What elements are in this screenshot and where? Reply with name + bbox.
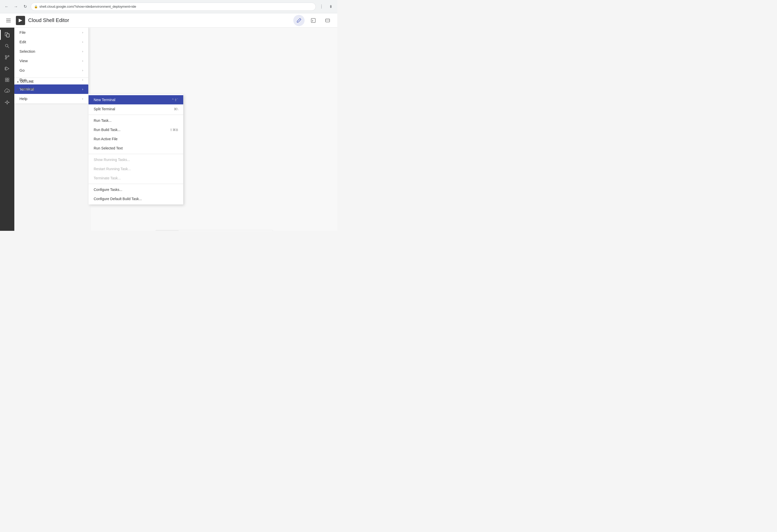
new-terminal-shortcut: ⌃⇧` bbox=[172, 98, 178, 102]
hamburger-line-3 bbox=[6, 22, 11, 22]
menu-item-selection-label: Selection bbox=[19, 49, 35, 54]
submenu-item-show-running-tasks: Show Running Tasks... bbox=[89, 155, 183, 164]
timeline-label: TIMELINE bbox=[20, 88, 34, 91]
terminal-button[interactable] bbox=[308, 15, 319, 26]
sidebar-item-run[interactable] bbox=[2, 64, 12, 74]
menu-item-view-label: View bbox=[19, 59, 28, 63]
menu-arrow-edit: › bbox=[82, 40, 83, 44]
submenu-item-run-task[interactable]: Run Task... bbox=[89, 116, 183, 125]
menu-item-go-label: Go bbox=[19, 68, 24, 73]
hamburger-line-2 bbox=[6, 20, 11, 21]
main-layout: File › Edit › Selection › View › Go › bbox=[0, 28, 337, 231]
timeline-arrow: ▸ bbox=[17, 88, 19, 91]
run-selected-text-label: Run Selected Text bbox=[94, 146, 123, 150]
menu-arrow-file: › bbox=[82, 31, 83, 34]
split-terminal-label: Split Terminal bbox=[94, 107, 115, 111]
restart-running-task-label: Restart Running Task... bbox=[94, 167, 131, 171]
menu-item-edit-label: Edit bbox=[19, 40, 26, 44]
timeline-section[interactable]: ▸ TIMELINE bbox=[14, 86, 89, 93]
svg-rect-1 bbox=[311, 18, 315, 22]
outline-section[interactable]: ▸ OUTLINE bbox=[14, 78, 89, 86]
configure-tasks-label: Configure Tasks... bbox=[94, 188, 122, 192]
sidebar bbox=[0, 28, 14, 231]
menu-item-go[interactable]: Go › bbox=[14, 66, 88, 75]
new-terminal-label: New Terminal bbox=[94, 98, 115, 102]
svg-rect-5 bbox=[7, 34, 9, 37]
show-running-tasks-label: Show Running Tasks... bbox=[94, 157, 130, 162]
panel-bottom: ▸ OUTLINE ▸ TIMELINE bbox=[14, 78, 89, 93]
security-icon: 🔒 bbox=[34, 5, 38, 8]
menu-item-view[interactable]: View › bbox=[14, 56, 88, 66]
split-terminal-shortcut: ⌘\ bbox=[174, 107, 178, 111]
welcome-panel bbox=[155, 230, 273, 231]
svg-rect-17 bbox=[7, 80, 9, 82]
run-active-file-label: Run Active File bbox=[94, 137, 117, 141]
menu-arrow-view: › bbox=[82, 59, 83, 63]
submenu-item-split-terminal[interactable]: Split Terminal ⌘\ bbox=[89, 104, 183, 114]
submenu-item-terminate-task: Terminate Task... bbox=[89, 174, 183, 183]
logo-icon bbox=[16, 16, 25, 25]
app-container: Cloud Shell Editor bbox=[0, 13, 337, 231]
menu-item-file[interactable]: File › bbox=[14, 28, 88, 37]
browser-extend-button[interactable]: ⇟ bbox=[327, 3, 334, 10]
divider-2 bbox=[89, 154, 183, 154]
url-text: shell.cloud.google.com/?show=ide&environ… bbox=[39, 5, 136, 8]
menu-item-file-label: File bbox=[19, 30, 26, 34]
forward-button[interactable]: → bbox=[12, 3, 19, 10]
view-button[interactable] bbox=[322, 15, 333, 26]
sidebar-item-cloud[interactable] bbox=[2, 86, 12, 96]
sidebar-item-search[interactable] bbox=[2, 41, 12, 51]
address-bar[interactable]: 🔒 shell.cloud.google.com/?show=ide&envir… bbox=[31, 3, 316, 11]
submenu-item-run-selected-text[interactable]: Run Selected Text bbox=[89, 143, 183, 153]
run-build-task-label: Run Build Task... bbox=[94, 128, 121, 132]
outline-arrow: ▸ bbox=[17, 80, 19, 83]
svg-rect-2 bbox=[326, 19, 330, 22]
sidebar-item-explorer[interactable] bbox=[2, 30, 12, 40]
browser-chrome: ← → ↻ 🔒 shell.cloud.google.com/?show=ide… bbox=[0, 0, 337, 13]
submenu-item-configure-tasks[interactable]: Configure Tasks... bbox=[89, 185, 183, 194]
run-build-task-shortcut: ⇧⌘B bbox=[170, 128, 178, 132]
menu-item-help[interactable]: Help › bbox=[14, 94, 88, 103]
back-button[interactable]: ← bbox=[3, 3, 10, 10]
submenu-item-new-terminal[interactable]: New Terminal ⌃⇧` bbox=[89, 95, 183, 104]
menu-arrow-go: › bbox=[82, 69, 83, 72]
sidebar-item-source-control[interactable] bbox=[2, 52, 12, 63]
terminal-submenu: New Terminal ⌃⇧` Split Terminal ⌘\ Run T… bbox=[89, 94, 183, 204]
outline-label: OUTLINE bbox=[20, 80, 34, 83]
divider-3 bbox=[89, 184, 183, 184]
svg-line-7 bbox=[8, 46, 9, 48]
svg-marker-12 bbox=[6, 67, 9, 70]
submenu-item-run-build-task[interactable]: Run Build Task... ⇧⌘B bbox=[89, 125, 183, 134]
menu-arrow-selection: › bbox=[82, 49, 83, 53]
submenu-item-configure-default-build-task[interactable]: Configure Default Build Task... bbox=[89, 194, 183, 203]
menu-item-selection[interactable]: Selection › bbox=[14, 46, 88, 56]
menu-item-edit[interactable]: Edit › bbox=[14, 37, 88, 46]
submenu-item-run-active-file[interactable]: Run Active File bbox=[89, 134, 183, 143]
svg-point-9 bbox=[8, 56, 9, 57]
sidebar-item-ai[interactable] bbox=[2, 97, 12, 107]
menu-bar: File › Edit › Selection › View › Go › bbox=[14, 28, 89, 103]
app-title: Cloud Shell Editor bbox=[28, 17, 69, 23]
hamburger-menu[interactable] bbox=[4, 17, 13, 24]
svg-rect-14 bbox=[5, 78, 7, 80]
panel-content bbox=[179, 230, 273, 231]
menu-arrow-help: › bbox=[82, 97, 83, 101]
menu-item-help-label: Help bbox=[19, 97, 27, 101]
panel-accent bbox=[155, 230, 179, 231]
svg-marker-0 bbox=[19, 19, 22, 22]
top-bar: Cloud Shell Editor bbox=[0, 13, 337, 28]
svg-point-8 bbox=[5, 56, 7, 57]
reload-button[interactable]: ↻ bbox=[21, 3, 29, 10]
sidebar-item-extensions[interactable] bbox=[2, 75, 12, 85]
divider-1 bbox=[89, 115, 183, 115]
svg-rect-15 bbox=[7, 78, 9, 80]
submenu-item-restart-running-task: Restart Running Task... bbox=[89, 164, 183, 174]
content-area: File › Edit › Selection › View › Go › bbox=[14, 28, 337, 231]
svg-point-10 bbox=[5, 58, 7, 60]
edit-button[interactable] bbox=[293, 15, 305, 26]
configure-default-build-task-label: Configure Default Build Task... bbox=[94, 197, 142, 201]
terminate-task-label: Terminate Task... bbox=[94, 176, 121, 180]
browser-menu-button[interactable]: ⋮ bbox=[318, 3, 325, 10]
svg-rect-16 bbox=[5, 80, 7, 82]
hamburger-line-1 bbox=[6, 19, 11, 19]
